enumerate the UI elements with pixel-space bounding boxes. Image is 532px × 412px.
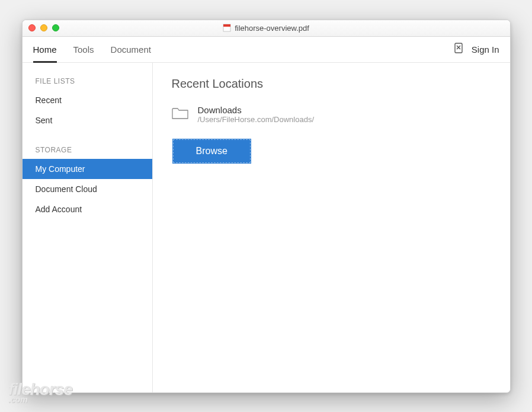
svg-rect-1 bbox=[223, 24, 230, 27]
toolbar-tabs: Home Tools Document bbox=[33, 37, 151, 62]
close-window-button[interactable] bbox=[28, 24, 36, 31]
window-title: filehorse-overview.pdf bbox=[223, 24, 309, 33]
maximize-window-button[interactable] bbox=[52, 24, 59, 31]
page-title: Recent Locations bbox=[172, 77, 491, 91]
sidebar-section-file-lists: FILE LISTS bbox=[23, 74, 152, 90]
sidebar-item-sent[interactable]: Sent bbox=[23, 110, 152, 130]
location-path: /Users/FileHorse.com/Downloads/ bbox=[198, 115, 315, 124]
browse-button[interactable]: Browse bbox=[173, 139, 251, 163]
tab-document[interactable]: Document bbox=[111, 37, 151, 62]
app-window: filehorse-overview.pdf Home Tools Docume… bbox=[22, 20, 511, 393]
toolbar-right: Sign In bbox=[454, 43, 499, 56]
titlebar[interactable]: filehorse-overview.pdf bbox=[23, 20, 510, 37]
window-title-text: filehorse-overview.pdf bbox=[235, 24, 309, 33]
location-name: Downloads bbox=[198, 105, 315, 115]
sidebar-item-my-computer[interactable]: My Computer bbox=[23, 159, 152, 179]
recent-location-row[interactable]: Downloads /Users/FileHorse.com/Downloads… bbox=[172, 105, 491, 124]
tab-tools[interactable]: Tools bbox=[73, 37, 94, 62]
sign-in-link[interactable]: Sign In bbox=[472, 44, 499, 55]
mobile-link-icon[interactable] bbox=[454, 43, 463, 56]
svg-rect-2 bbox=[455, 43, 462, 53]
pdf-file-icon bbox=[223, 24, 231, 32]
main-panel: Recent Locations Downloads /Users/FileHo… bbox=[153, 63, 510, 392]
sidebar-item-document-cloud[interactable]: Document Cloud bbox=[23, 179, 152, 199]
sidebar-section-storage: STORAGE bbox=[23, 142, 152, 159]
toolbar: Home Tools Document Sign In bbox=[23, 37, 510, 63]
sidebar-item-recent[interactable]: Recent bbox=[23, 90, 152, 110]
sidebar-spacer bbox=[23, 130, 152, 142]
traffic-lights bbox=[28, 24, 59, 31]
sidebar-item-add-account[interactable]: Add Account bbox=[23, 199, 152, 219]
tab-home[interactable]: Home bbox=[33, 37, 57, 62]
sidebar: FILE LISTS Recent Sent STORAGE My Comput… bbox=[23, 63, 153, 392]
content-area: FILE LISTS Recent Sent STORAGE My Comput… bbox=[23, 63, 510, 392]
folder-icon bbox=[172, 107, 188, 122]
location-text: Downloads /Users/FileHorse.com/Downloads… bbox=[198, 105, 315, 124]
watermark: filehorse .com bbox=[8, 382, 72, 404]
minimize-window-button[interactable] bbox=[40, 24, 47, 31]
